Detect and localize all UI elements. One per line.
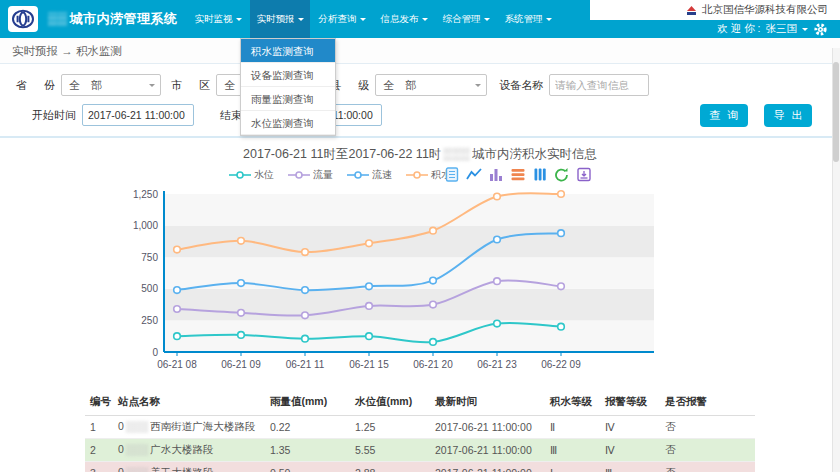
top-navbar: ▒▒城市内涝管理系统 实时监视实时预报分析查询信息发布综合管理系统管理 北京国信… (0, 0, 840, 38)
flood-grade-cell: Ⅲ (545, 438, 600, 461)
bar-chart-icon[interactable] (488, 167, 504, 182)
vertical-scrollbar[interactable] (832, 48, 840, 472)
nav-item-3[interactable]: 分析查询 (312, 0, 372, 38)
breadcrumb: 实时预报 → 积水监测 (0, 38, 840, 64)
nav-item-1[interactable]: 实时监视 (188, 0, 248, 38)
stack-icon[interactable] (510, 167, 526, 182)
chart-legend: 水位流量流速积水 (130, 164, 710, 186)
nav-item-2[interactable]: 实时预报 (250, 0, 310, 38)
svg-text:750: 750 (141, 252, 158, 263)
menu-item-1[interactable]: 积水监测查询 (241, 39, 335, 63)
chevron-down-icon (298, 18, 304, 24)
time-cell: 2017-06-21 11:00:00 (430, 415, 545, 438)
line-chart: 02505007501,0001,25006-21 0806-21 0906-2… (130, 186, 710, 378)
water-value-cell: 1.25 (350, 415, 430, 438)
province-label: 省 份 (16, 78, 55, 93)
station-name: 西南街道广海大楼路段 (150, 420, 255, 432)
nav-item-6[interactable]: 系统管理 (498, 0, 558, 38)
water-value-cell: 5.55 (350, 438, 430, 461)
province-select[interactable]: 全 部 (61, 74, 161, 96)
menu-item-4[interactable]: 水位监测查询 (241, 111, 335, 135)
start-time-label: 开始时间 (32, 108, 76, 123)
chevron-down-icon (236, 18, 242, 24)
app-logo-emblem (11, 9, 35, 29)
tiled-icon[interactable] (532, 167, 548, 182)
flood-grade-cell: Ⅰ (545, 461, 600, 472)
alarmed-cell: 否 (660, 415, 755, 438)
chevron-down-icon (546, 18, 552, 24)
legend-item-水位[interactable]: 水位 (229, 168, 274, 182)
line-chart-icon[interactable] (466, 167, 482, 182)
line-chart-svg: 02505007501,0001,25006-21 0806-21 0906-2… (130, 186, 710, 382)
flood-grade-cell: Ⅱ (545, 415, 600, 438)
county-select[interactable]: 全 部 (375, 74, 487, 96)
redacted-station-code: ▒▒▒ (126, 443, 148, 455)
table-row[interactable]: 10▒▒▒西南街道广海大楼路段0.221.252017-06-21 11:00:… (85, 415, 755, 438)
svg-text:06-21 20: 06-21 20 (413, 359, 453, 370)
welcome-text: 欢 迎 你 : (717, 22, 760, 36)
rain-value-cell: 1.35 (265, 438, 350, 461)
station-name: 美玉大楼路段 (150, 466, 213, 472)
redacted-station-code: ▒▒▒ (126, 420, 148, 432)
station-name-cell: 0▒▒▒广水大楼路段 (113, 438, 265, 461)
company-name: 北京国信华源科技有限公司 (702, 3, 828, 17)
column-header: 水位值(mm) (350, 390, 430, 415)
gear-icon[interactable] (813, 22, 828, 37)
data-view-icon[interactable] (444, 167, 460, 182)
nav-item-4[interactable]: 信息发布 (374, 0, 434, 38)
table-row[interactable]: 30▒▒▒美玉大楼路段0.502.882017-06-21 11:00:00ⅠⅢ… (85, 461, 755, 472)
redacted-station-code: ▒▒▒ (126, 466, 148, 472)
rain-value-cell: 0.50 (265, 461, 350, 472)
scrollbar-thumb[interactable] (833, 62, 839, 162)
main-nav: 实时监视实时预报分析查询信息发布综合管理系统管理 (187, 0, 559, 38)
legend-marker (229, 170, 251, 180)
station-table-head: 编号站点名称雨量值(mm)水位值(mm)最新时间积水等级报警等级是否报警 (85, 390, 755, 415)
station-prefix: 0 (118, 466, 124, 472)
table-row[interactable]: 20▒▒▒广水大楼路段1.355.552017-06-21 11:00:00ⅢⅣ… (85, 438, 755, 461)
menu-item-2[interactable]: 设备监测查询 (241, 63, 335, 87)
nav-item-label: 实时预报 (256, 13, 294, 26)
nav-item-label: 综合管理 (442, 13, 480, 26)
chart-title: 2017-06-21 11时至2017-06-22 11时▒▒▒城市内涝积水实时… (130, 144, 710, 164)
app-logo (8, 6, 38, 32)
user-chevron-down-icon[interactable] (802, 28, 808, 34)
filter-row-1: 省 份 全 部 市 区 全 部 县 级 全 部 设备名称 (0, 70, 840, 100)
chevron-down-icon (422, 18, 428, 24)
column-header: 报警等级 (600, 390, 660, 415)
svg-text:06-21 08: 06-21 08 (157, 359, 197, 370)
water-value-cell: 2.88 (350, 461, 430, 472)
alarm-grade-cell: Ⅲ (600, 461, 660, 472)
welcome-bar: 欢 迎 你 : 张三国 (590, 20, 840, 38)
device-name-input[interactable] (549, 74, 649, 96)
legend-item-流速[interactable]: 流速 (347, 168, 392, 182)
export-button[interactable]: 导 出 (764, 104, 812, 127)
chart-block: 2017-06-21 11时至2017-06-22 11时▒▒▒城市内涝积水实时… (130, 144, 710, 382)
alarmed-cell: 否 (660, 461, 755, 472)
filter-panel: 省 份 全 部 市 区 全 部 县 级 全 部 设备名称 开始时间 结束时间 查… (0, 64, 840, 138)
legend-marker (288, 170, 310, 180)
legend-item-流量[interactable]: 流量 (288, 168, 333, 182)
column-header: 最新时间 (430, 390, 545, 415)
app-title: ▒▒城市内涝管理系统 (46, 10, 177, 28)
station-name: 广水大楼路段 (150, 443, 213, 455)
restore-icon[interactable] (554, 167, 570, 182)
row-id-cell: 1 (85, 415, 113, 438)
company-logo-icon (686, 5, 697, 16)
menu-item-3[interactable]: 雨量监测查询 (241, 87, 335, 111)
select-chevron-down-icon (149, 84, 155, 90)
chevron-down-icon (360, 18, 366, 24)
query-button[interactable]: 查 询 (700, 104, 748, 127)
svg-text:500: 500 (141, 283, 158, 294)
username[interactable]: 张三国 (766, 22, 798, 36)
svg-text:06-21 23: 06-21 23 (477, 359, 517, 370)
station-table: 编号站点名称雨量值(mm)水位值(mm)最新时间积水等级报警等级是否报警 10▒… (85, 390, 755, 472)
start-time-input[interactable] (82, 104, 194, 126)
column-header: 雨量值(mm) (265, 390, 350, 415)
column-header: 是否报警 (660, 390, 755, 415)
svg-text:06-21 11: 06-21 11 (286, 359, 325, 370)
save-image-icon[interactable] (576, 167, 592, 182)
company-chip: 北京国信华源科技有限公司 (590, 0, 840, 20)
nav-item-5[interactable]: 综合管理 (436, 0, 496, 38)
column-header: 积水等级 (545, 390, 600, 415)
redacted-city-name: ▒▒ (48, 11, 67, 26)
